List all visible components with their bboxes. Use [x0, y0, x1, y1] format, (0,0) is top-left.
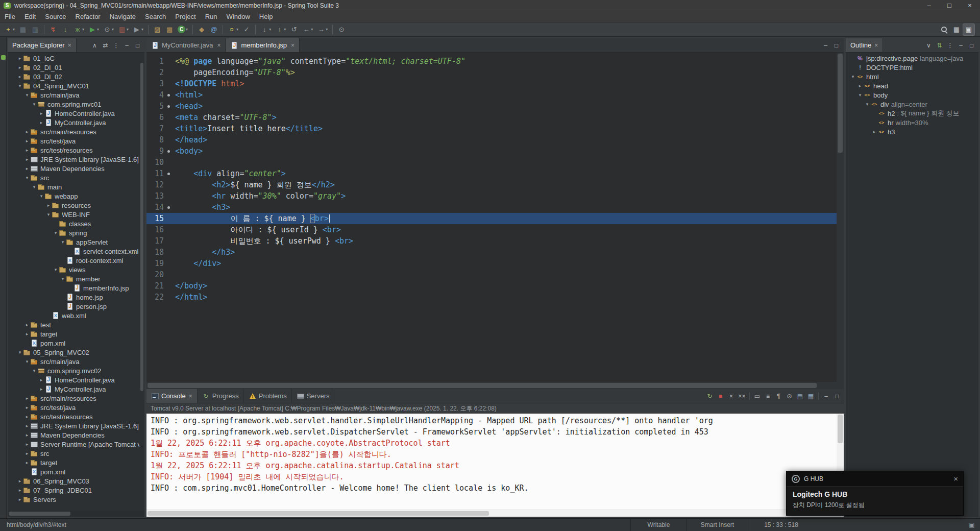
project-tree-item[interactable]: ▾member — [8, 274, 139, 283]
code-line[interactable]: 2 pageEncoding="UTF-8"%> — [146, 67, 837, 78]
code-line[interactable]: 4<html> — [146, 89, 837, 101]
chevron-expanded-icon[interactable]: ▾ — [53, 230, 59, 235]
code-line[interactable]: 22</html> — [146, 292, 837, 303]
outline-item[interactable]: ▾divalign=center — [846, 100, 973, 109]
console-horizontal-scrollbar[interactable] — [146, 510, 844, 517]
code-line[interactable]: 1<%@ page language="java" contentType="t… — [146, 56, 837, 67]
debug-button[interactable]: ж▾ — [72, 24, 86, 35]
chevron-expanded-icon[interactable]: ▾ — [60, 239, 66, 245]
project-tree-item[interactable]: ▾webapp — [8, 191, 139, 201]
remove-launch-icon[interactable]: × — [726, 391, 736, 402]
project-tree-item[interactable]: ▸src/test/resources — [8, 412, 139, 421]
chevron-collapsed-icon[interactable]: ▸ — [17, 488, 23, 493]
minimize-view-icon[interactable]: – — [122, 40, 132, 51]
package-explorer-horizontal-scrollbar[interactable] — [8, 511, 144, 517]
menu-search[interactable]: Search — [140, 11, 170, 22]
sort-icon[interactable]: ⇅ — [935, 40, 944, 51]
quick-search-button[interactable] — [939, 24, 950, 35]
project-tree-item[interactable]: ▸target — [8, 458, 139, 467]
scrollbar-thumb[interactable] — [838, 54, 843, 153]
code-line[interactable]: 10 — [146, 157, 837, 168]
code-line[interactable]: 18 </h3> — [146, 247, 837, 258]
chevron-expanded-icon[interactable]: ▾ — [31, 368, 37, 373]
profile-button[interactable]: ⊙▾ — [102, 24, 115, 35]
chevron-collapsed-icon[interactable]: ▸ — [38, 387, 44, 392]
project-tree-item[interactable]: ▾main — [8, 182, 139, 191]
console-output[interactable]: INFO : org.springframework.web.servlet.h… — [146, 414, 844, 510]
notification-center-icon[interactable] — [967, 521, 976, 529]
package-explorer-vertical-scrollbar[interactable] — [140, 54, 144, 510]
back-button[interactable]: ←▾ — [301, 24, 314, 35]
boot-dashboard-button[interactable]: ↯ — [47, 24, 59, 35]
word-wrap-icon[interactable]: ¶ — [774, 391, 783, 402]
project-tree-item[interactable]: ▸MyController.java — [8, 118, 139, 127]
chevron-collapsed-icon[interactable]: ▸ — [17, 497, 23, 502]
project-tree-item[interactable]: ▸HomeController.java — [8, 375, 139, 384]
project-tree-item[interactable]: ▾spring — [8, 228, 139, 237]
chevron-collapsed-icon[interactable]: ▸ — [45, 203, 52, 208]
maximize-view-icon[interactable]: □ — [967, 40, 976, 51]
maximize-view-icon[interactable]: □ — [832, 391, 842, 402]
previous-annotation-button[interactable]: ↑▾ — [274, 24, 287, 35]
project-tree-item[interactable]: ▸src/test/java — [8, 136, 139, 146]
menu-edit[interactable]: Edit — [20, 11, 40, 22]
code-line[interactable]: 11 <div align="center"> — [146, 168, 837, 179]
chevron-collapsed-icon[interactable]: ▸ — [24, 405, 30, 410]
project-tree-item[interactable]: ▸resources — [8, 201, 139, 210]
collapse-all-icon[interactable]: ∧ — [90, 40, 100, 51]
scrollbar-thumb[interactable] — [148, 383, 817, 388]
editor-content[interactable]: 1<%@ page language="java" contentType="t… — [146, 53, 837, 382]
project-tree-item[interactable]: servlet-context.xml — [8, 247, 139, 256]
code-line[interactable]: 12 <h2>${ name } 회원 정보</h2> — [146, 179, 837, 190]
project-tree-item[interactable]: ▾04_Spring_MVC01 — [8, 81, 139, 90]
code-line[interactable]: 7<title>Insert title here</title> — [146, 123, 837, 134]
project-tree-item[interactable]: ▸HomeController.java — [8, 109, 139, 118]
chevron-expanded-icon[interactable]: ▾ — [850, 74, 856, 79]
code-line[interactable]: 20 — [146, 269, 837, 280]
outline-item[interactable]: ▾body — [846, 90, 973, 100]
menu-refactor[interactable]: Refactor — [71, 11, 105, 22]
forward-button[interactable]: →▾ — [315, 24, 329, 35]
coverage-button[interactable]: ▥▾ — [116, 24, 130, 35]
project-tree-item[interactable]: ▸src — [8, 449, 139, 458]
chevron-collapsed-icon[interactable]: ▸ — [24, 396, 30, 401]
code-line[interactable]: 21</body> — [146, 280, 837, 292]
scrollbar-thumb[interactable] — [148, 511, 489, 516]
project-tree-item[interactable]: ▾appServlet — [8, 237, 139, 247]
save-button[interactable]: ▦ — [17, 24, 29, 35]
new-java-project-button[interactable]: ▨ — [152, 24, 163, 35]
chevron-expanded-icon[interactable]: ▾ — [857, 92, 863, 98]
javadoc-button[interactable]: @ — [208, 24, 219, 35]
chevron-collapsed-icon[interactable]: ▸ — [857, 83, 863, 88]
display-selected-console-icon[interactable]: ▤ — [795, 391, 805, 402]
code-line[interactable]: 8</head> — [146, 134, 837, 146]
scroll-lock-icon[interactable]: ≡ — [763, 391, 773, 402]
chevron-collapsed-icon[interactable]: ▸ — [24, 451, 30, 456]
chevron-expanded-icon[interactable]: ▾ — [53, 267, 59, 272]
project-tree-item[interactable]: pom.xml — [8, 339, 139, 348]
chevron-expanded-icon[interactable]: ▾ — [45, 212, 52, 217]
close-tab-icon[interactable] — [291, 42, 295, 49]
project-tree-item[interactable]: person.jsp — [8, 302, 139, 311]
chevron-collapsed-icon[interactable]: ▸ — [24, 166, 30, 171]
project-tree-item[interactable]: ▾views — [8, 265, 139, 274]
new-package-button[interactable]: ▩ — [164, 24, 175, 35]
chevron-collapsed-icon[interactable]: ▸ — [17, 74, 23, 79]
code-line[interactable]: 19 </div> — [146, 258, 837, 269]
chevron-collapsed-icon[interactable]: ▸ — [17, 65, 23, 70]
restart-server-icon[interactable]: ↻ — [705, 391, 715, 402]
maximize-view-icon[interactable]: □ — [133, 40, 142, 51]
project-tree-item[interactable]: ▸07_Spring_JDBC01 — [8, 486, 139, 495]
project-tree-item[interactable]: ▸test — [8, 320, 139, 329]
close-tab-icon[interactable] — [217, 42, 220, 49]
menu-help[interactable]: Help — [255, 11, 278, 22]
remove-all-launches-icon[interactable]: ×× — [737, 391, 747, 402]
notification-close-icon[interactable] — [953, 474, 958, 483]
menu-run[interactable]: Run — [201, 11, 222, 22]
close-tab-icon[interactable] — [189, 393, 192, 400]
last-edit-location-button[interactable]: ↺ — [288, 24, 300, 35]
editor-vertical-scrollbar[interactable] — [837, 53, 844, 382]
menu-project[interactable]: Project — [170, 11, 200, 22]
project-tree-item[interactable]: ▸JRE System Library [JavaSE-1.6] — [8, 155, 139, 164]
scrollbar-thumb[interactable] — [9, 512, 70, 516]
